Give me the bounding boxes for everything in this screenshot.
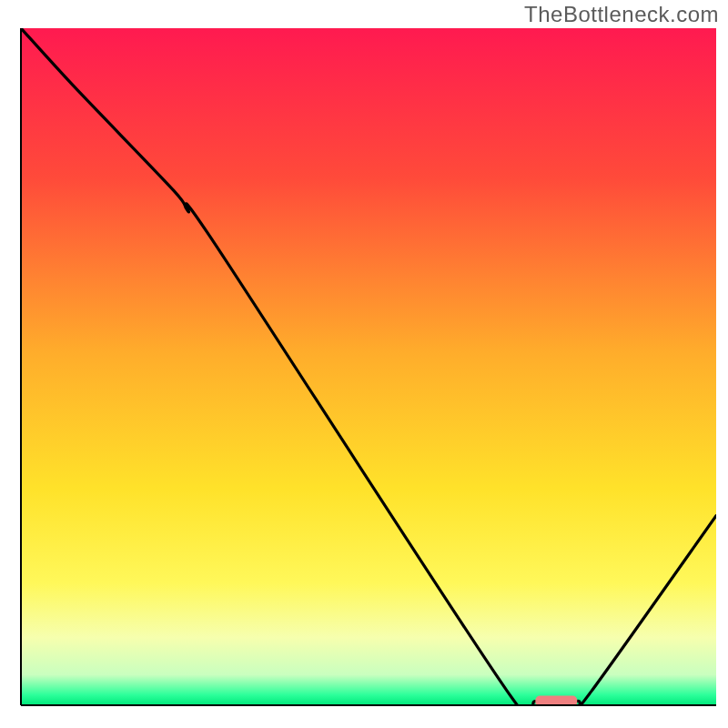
gradient-background	[21, 28, 716, 705]
chart-stage: TheBottleneck.com	[0, 0, 728, 728]
bottleneck-chart	[0, 0, 728, 728]
watermark-text: TheBottleneck.com	[524, 2, 719, 27]
